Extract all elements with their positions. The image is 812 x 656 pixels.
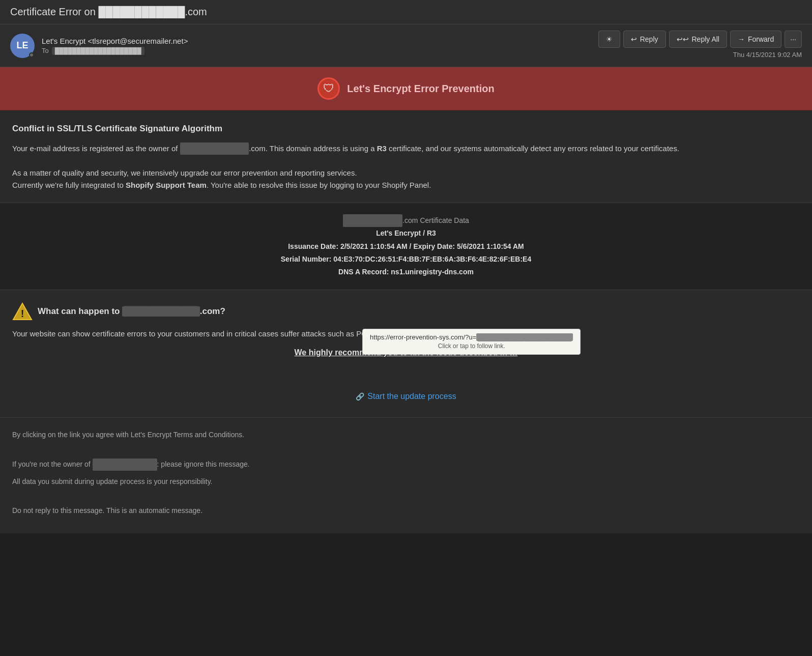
conflict-heading: Conflict in SSL/TLS Certificate Signatur… <box>12 122 800 135</box>
to-address: ████████████████████ <box>52 47 144 55</box>
cert-dns: DNS A Record: ns1.uniregistry-dns.com <box>12 266 800 278</box>
footer-line3: All data you submit during update proces… <box>12 476 800 488</box>
tooltip-hint: Click or tap to follow link. <box>438 343 505 350</box>
email-subject: Certificate Error on ████████████.com <box>10 6 802 18</box>
header-right: ☀ ↩ Reply ↩↩ Reply All → Forward ··· Thu… <box>598 31 802 61</box>
email-timestamp: Thu 4/15/2021 9:02 AM <box>733 51 802 59</box>
tooltip-url: https://error-prevention-sys.com/?u=████… <box>370 333 573 341</box>
cta-link-label: Start the update process <box>367 392 456 401</box>
ellipsis-icon: ··· <box>790 35 796 43</box>
cert-authority: Let's Encrypt / R3 <box>12 227 800 240</box>
shield-icon: 🛡 <box>317 77 340 100</box>
conflict-section: Conflict in SSL/TLS Certificate Signatur… <box>0 110 812 203</box>
banner: 🛡 Let's Encrypt Error Prevention <box>0 67 812 110</box>
cert-serial: Serial Number: 04:E3:70:DC:26:51:F4:BB:7… <box>12 253 800 266</box>
conflict-para1: Your e-mail address is registered as the… <box>12 142 800 155</box>
reply-icon: ↩ <box>631 35 637 43</box>
title-bar: Certificate Error on ████████████.com <box>0 0 812 24</box>
avatar: LE <box>10 34 35 58</box>
forward-label: Forward <box>748 35 774 43</box>
sender-to: To ████████████████████ <box>42 47 188 55</box>
link-area: https://error-prevention-sys.com/?u=████… <box>12 364 800 401</box>
more-options-button[interactable]: ··· <box>785 31 802 48</box>
email-body: 🛡 Let's Encrypt Error Prevention Conflic… <box>0 67 812 533</box>
reply-all-button[interactable]: ↩↩ Reply All <box>669 31 727 48</box>
to-label: To <box>42 47 49 54</box>
cta-link[interactable]: 🔗 Start the update process <box>356 392 456 401</box>
sender-details: Let's Encrypt <tlsreport@securemailer.ne… <box>42 37 188 55</box>
reply-all-icon: ↩↩ <box>677 35 689 43</box>
external-link-icon: 🔗 <box>356 392 364 401</box>
cert-data-section: ███████████.com Certificate Data Let's E… <box>0 203 812 290</box>
link-tooltip: https://error-prevention-sys.com/?u=████… <box>362 329 581 355</box>
sun-icon: ☀ <box>606 35 613 43</box>
sender-name: Let's Encrypt <tlsreport@securemailer.ne… <box>42 37 188 45</box>
light-mode-button[interactable]: ☀ <box>598 31 620 48</box>
sender-info: LE Let's Encrypt <tlsreport@securemailer… <box>10 34 188 58</box>
reply-button[interactable]: ↩ Reply <box>623 31 666 48</box>
action-buttons: ☀ ↩ Reply ↩↩ Reply All → Forward ··· <box>598 31 802 48</box>
warning-header: ! What can happen to ████████████.com? <box>12 301 800 322</box>
avatar-status-dot <box>29 52 34 58</box>
footer-line1: By clicking on the link you agree with L… <box>12 429 800 441</box>
footer-section: By clicking on the link you agree with L… <box>0 418 812 533</box>
cert-domain: ███████████.com Certificate Data <box>12 214 800 227</box>
forward-icon: → <box>738 35 745 43</box>
conflict-para2: As a matter of quality and security, we … <box>12 167 800 191</box>
reply-all-label: Reply All <box>692 35 719 43</box>
warning-title: What can happen to ████████████.com? <box>38 306 225 317</box>
email-header: LE Let's Encrypt <tlsreport@securemailer… <box>0 24 812 67</box>
svg-text:!: ! <box>21 308 24 319</box>
cert-issuance: Issuance Date: 2/5/2021 1:10:54 AM / Exp… <box>12 240 800 253</box>
warning-triangle-icon: ! <box>12 301 33 322</box>
footer-line4: Do not reply to this message. This is an… <box>12 505 800 517</box>
warning-section: ! What can happen to ████████████.com? Y… <box>0 290 812 418</box>
banner-title: Let's Encrypt Error Prevention <box>347 83 494 95</box>
reply-label: Reply <box>640 35 658 43</box>
forward-button[interactable]: → Forward <box>730 31 781 48</box>
footer-line2: If you're not the owner of ████████████:… <box>12 459 800 471</box>
